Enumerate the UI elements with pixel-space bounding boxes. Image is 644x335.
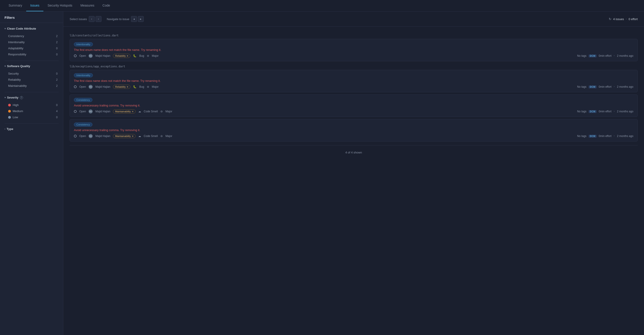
high-dot-icon [8, 104, 11, 106]
issue-title-4[interactable]: Avoid unnecessary trailing comma. Try re… [74, 128, 634, 132]
consistency-count: 2 [56, 34, 58, 38]
select-issues-label: Select issues [70, 18, 87, 21]
filter-maintainability[interactable]: Maintainability 2 [0, 83, 63, 89]
no-tags-2: No tags [577, 85, 586, 88]
clean-code-header[interactable]: ▾ Clean Code Attribute [0, 25, 63, 32]
issue-card-2: Intentionality The first class name does… [70, 70, 638, 92]
filter-high[interactable]: High 0 [0, 102, 63, 108]
filter-low[interactable]: Low 0 [0, 114, 63, 120]
pagination: 4 of 4 shown [70, 145, 638, 160]
issue-right-4: No tags DCM 0min effort • 2 months ago [577, 134, 634, 138]
filter-reliability[interactable]: Reliability 2 [0, 77, 63, 83]
severity-chevron: ▾ [4, 96, 6, 99]
issue-meta-2: Open MJ Majid Hajian Reliability ✕ 🐛 Bug… [74, 85, 634, 89]
time-4: 2 months ago [617, 134, 634, 138]
filter-consistency[interactable]: Consistency 2 [0, 33, 63, 39]
bug-icon-1: 🐛 [133, 54, 136, 58]
severity-help-icon: ? [20, 96, 23, 99]
toolbar: Select issues ‹ › Navigate to issue ◂ ▸ … [63, 12, 644, 27]
filter-security[interactable]: Security 0 [0, 70, 63, 77]
issue-title-1[interactable]: The first enum name does not match the f… [74, 48, 634, 52]
nav-summary[interactable]: Summary [4, 0, 26, 11]
low-count: 0 [56, 116, 58, 119]
select-prev-btn[interactable]: ‹ [89, 16, 95, 22]
nav-code[interactable]: Code [98, 0, 114, 11]
issue-tag-2: Intentionality [74, 73, 93, 77]
select-next-btn[interactable]: › [96, 16, 102, 22]
nav-measures[interactable]: Measures [76, 0, 98, 11]
issue-card-1: Intentionality The first enum name does … [70, 39, 638, 61]
medium-dot-icon [8, 110, 11, 112]
issue-card-4: Consistency Avoid unnecessary trailing c… [70, 119, 638, 142]
clean-code-rows: Consistency 2 Intentionality 2 Adaptabil… [0, 32, 63, 59]
user-name-2: Majid Hajian [95, 85, 110, 88]
navigate-nav-btns: ◂ ▸ [131, 16, 144, 22]
severity-header[interactable]: ▾ Severity ? [0, 94, 63, 102]
major-icon-4: ⊖ [160, 134, 163, 138]
avatar-3: MJ [88, 110, 93, 114]
status-label-3: Open [79, 110, 86, 113]
dot-sep-1: • [614, 54, 614, 58]
avatar-2: MJ [88, 85, 93, 89]
sidebar: Filters ▾ Clean Code Attribute Consisten… [0, 12, 63, 335]
select-nav-btns: ‹ › [89, 16, 102, 22]
filter-intentionality[interactable]: Intentionality 2 [0, 39, 63, 45]
user-name-3: Majid Hajian [95, 110, 110, 113]
no-tags-4: No tags [577, 134, 586, 138]
user-name-1: Majid Hajian [95, 54, 110, 58]
bug-icon-2: 🐛 [133, 85, 136, 88]
nav-issues[interactable]: Issues [26, 0, 44, 11]
no-tags-3: No tags [577, 110, 586, 113]
avatar-4: MJ [88, 134, 93, 138]
effort-text-1: 0min effort [599, 54, 612, 58]
quality-badge-3[interactable]: Maintainability ✕ [113, 110, 136, 114]
filter-adaptability[interactable]: Adaptability 0 [0, 45, 63, 51]
navigate-prev-btn[interactable]: ◂ [131, 16, 137, 22]
issue-meta-3: Open MJ Majid Hajian Maintainability ✕ ☁… [74, 110, 634, 114]
issue-title-2[interactable]: The first class name does not match the … [74, 79, 634, 82]
navigate-issue-label: Navigate to issue [107, 18, 130, 21]
dcm-badge-2: DCM [589, 86, 596, 88]
toolbar-left: Select issues ‹ › Navigate to issue ◂ ▸ [70, 16, 144, 22]
file-path-1: lib/constants/collections.dart [70, 34, 638, 37]
major-icon-1: ⊖ [147, 54, 149, 58]
issue-type-2: Bug [139, 85, 144, 88]
filter-medium[interactable]: Medium 4 [0, 108, 63, 114]
quality-badge-label-3: Maintainability [115, 110, 131, 113]
issue-card-3: Consistency Avoid unnecessary trailing c… [70, 94, 638, 117]
quality-badge-2[interactable]: Reliability ✕ [113, 85, 130, 89]
effort-text-4: 0min effort [599, 134, 612, 138]
high-count: 0 [56, 104, 58, 107]
issue-right-3: No tags DCM 0min effort • 2 months ago [577, 110, 634, 113]
maintainability-label: Maintainability [8, 84, 27, 88]
refresh-icon[interactable]: ↻ [609, 17, 612, 21]
severity-4: Major [166, 134, 172, 138]
badge-x-1: ✕ [126, 55, 128, 57]
quality-badge-1[interactable]: Reliability ✕ [113, 54, 130, 58]
issue-tag-4: Consistency [74, 122, 92, 126]
issue-tag-1: Intentionality [74, 42, 93, 46]
filter-section-severity: ▾ Severity ? High 0 Medium 4 Low [0, 94, 63, 122]
issues-list: lib/constants/collections.dart Intention… [63, 27, 644, 163]
issue-meta-1: Open MJ Majid Hajian Reliability ✕ 🐛 Bug… [74, 54, 634, 58]
time-1: 2 months ago [617, 54, 634, 58]
navigate-next-btn[interactable]: ▸ [138, 16, 144, 22]
filter-responsibility[interactable]: Responsibility 0 [0, 51, 63, 58]
file-path-2: lib/exceptions/app_exceptions.dart [70, 65, 638, 68]
intentionality-count: 2 [56, 41, 58, 44]
dot-sep-3: • [614, 110, 614, 113]
status-radio-3 [74, 110, 76, 113]
select-issues-group: Select issues ‹ › [70, 16, 102, 22]
medium-count: 4 [56, 110, 58, 113]
nav-security-hotspots[interactable]: Security Hotspots [44, 0, 76, 11]
smell-icon-3: ☁ [138, 110, 141, 113]
quality-badge-4[interactable]: Maintainability ✕ [113, 134, 136, 138]
badge-x-2: ✕ [126, 86, 128, 88]
top-nav: Summary Issues Security Hotspots Measure… [0, 0, 644, 12]
software-quality-header[interactable]: ▾ Software Quality [0, 62, 63, 70]
effort-text-2: 0min effort [599, 85, 612, 88]
divider-2 [4, 92, 58, 92]
issue-type-3: Code Smell [144, 110, 158, 113]
issue-title-3[interactable]: Avoid unnecessary trailing comma. Try re… [74, 104, 634, 107]
type-header[interactable]: › Type [0, 125, 63, 133]
